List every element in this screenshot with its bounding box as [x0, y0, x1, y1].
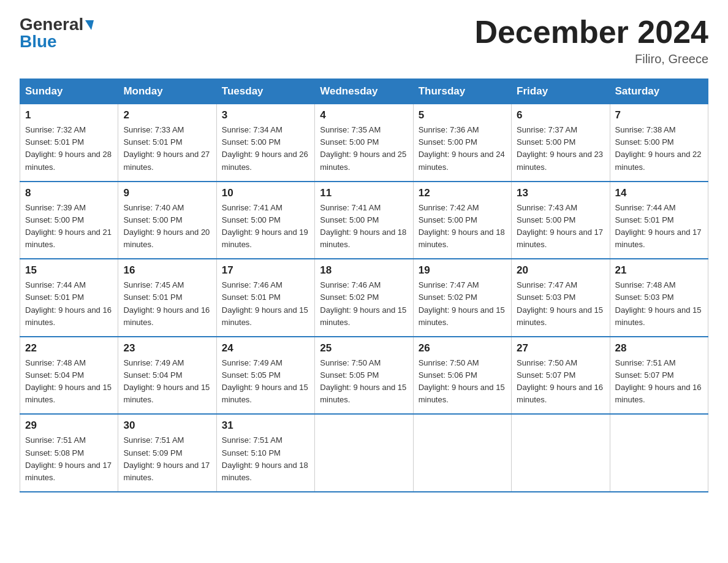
day-info: Sunrise: 7:48 AMSunset: 5:03 PMDaylight:…: [615, 279, 703, 329]
day-number: 11: [320, 187, 408, 199]
day-info: Sunrise: 7:46 AMSunset: 5:02 PMDaylight:…: [320, 279, 408, 329]
day-number: 20: [517, 264, 604, 277]
day-number: 30: [123, 419, 211, 432]
location-label: Filiro, Greece: [474, 52, 708, 66]
day-info: Sunrise: 7:32 AMSunset: 5:01 PMDaylight:…: [25, 124, 113, 174]
day-number: 17: [222, 264, 309, 277]
day-number: 22: [25, 342, 113, 354]
calendar-cell: [413, 414, 511, 492]
day-info: Sunrise: 7:46 AMSunset: 5:01 PMDaylight:…: [222, 279, 309, 329]
day-number: 6: [517, 109, 604, 121]
day-number: 8: [25, 187, 113, 199]
day-info: Sunrise: 7:45 AMSunset: 5:01 PMDaylight:…: [123, 279, 211, 329]
week-row-1: 1Sunrise: 7:32 AMSunset: 5:01 PMDaylight…: [20, 104, 708, 182]
header-row: SundayMondayTuesdayWednesdayThursdayFrid…: [20, 79, 708, 104]
calendar-cell: 11Sunrise: 7:41 AMSunset: 5:00 PMDayligh…: [315, 182, 413, 259]
calendar-cell: 5Sunrise: 7:36 AMSunset: 5:00 PMDaylight…: [413, 104, 511, 182]
calendar-cell: 13Sunrise: 7:43 AMSunset: 5:00 PMDayligh…: [512, 182, 610, 259]
day-number: 24: [222, 342, 309, 354]
day-number: 12: [419, 187, 506, 199]
day-number: 25: [320, 342, 408, 354]
week-row-5: 29Sunrise: 7:51 AMSunset: 5:08 PMDayligh…: [20, 414, 708, 492]
day-info: Sunrise: 7:44 AMSunset: 5:01 PMDaylight:…: [25, 279, 113, 329]
calendar-cell: 12Sunrise: 7:42 AMSunset: 5:00 PMDayligh…: [413, 182, 511, 259]
month-title: December 2024: [474, 15, 708, 50]
calendar-cell: 22Sunrise: 7:48 AMSunset: 5:04 PMDayligh…: [20, 337, 118, 415]
day-info: Sunrise: 7:50 AMSunset: 5:05 PMDaylight:…: [320, 357, 408, 407]
calendar-cell: 15Sunrise: 7:44 AMSunset: 5:01 PMDayligh…: [20, 259, 118, 337]
day-info: Sunrise: 7:51 AMSunset: 5:10 PMDaylight:…: [222, 434, 309, 484]
day-info: Sunrise: 7:43 AMSunset: 5:00 PMDaylight:…: [517, 202, 604, 251]
day-info: Sunrise: 7:50 AMSunset: 5:06 PMDaylight:…: [419, 357, 506, 407]
calendar-cell: [610, 414, 708, 492]
day-number: 5: [419, 109, 506, 121]
col-header-saturday: Saturday: [610, 79, 708, 104]
day-info: Sunrise: 7:49 AMSunset: 5:05 PMDaylight:…: [222, 357, 309, 407]
day-info: Sunrise: 7:40 AMSunset: 5:00 PMDaylight:…: [123, 202, 211, 251]
calendar-cell: 28Sunrise: 7:51 AMSunset: 5:07 PMDayligh…: [610, 337, 708, 415]
calendar-body: 1Sunrise: 7:32 AMSunset: 5:01 PMDaylight…: [20, 104, 708, 492]
calendar-cell: 24Sunrise: 7:49 AMSunset: 5:05 PMDayligh…: [216, 337, 314, 415]
calendar-cell: 17Sunrise: 7:46 AMSunset: 5:01 PMDayligh…: [216, 259, 314, 337]
calendar-cell: 7Sunrise: 7:38 AMSunset: 5:00 PMDaylight…: [610, 104, 708, 182]
calendar-cell: [315, 414, 413, 492]
day-number: 27: [517, 342, 604, 354]
calendar-cell: 26Sunrise: 7:50 AMSunset: 5:06 PMDayligh…: [413, 337, 511, 415]
calendar-cell: 2Sunrise: 7:33 AMSunset: 5:01 PMDaylight…: [118, 104, 216, 182]
calendar-cell: 6Sunrise: 7:37 AMSunset: 5:00 PMDaylight…: [512, 104, 610, 182]
day-info: Sunrise: 7:34 AMSunset: 5:00 PMDaylight:…: [222, 124, 309, 174]
day-number: 7: [615, 109, 703, 121]
day-info: Sunrise: 7:50 AMSunset: 5:07 PMDaylight:…: [517, 357, 604, 407]
calendar-table: SundayMondayTuesdayWednesdayThursdayFrid…: [20, 79, 708, 492]
day-number: 14: [615, 187, 703, 199]
calendar-cell: 18Sunrise: 7:46 AMSunset: 5:02 PMDayligh…: [315, 259, 413, 337]
calendar-cell: 25Sunrise: 7:50 AMSunset: 5:05 PMDayligh…: [315, 337, 413, 415]
calendar-cell: 31Sunrise: 7:51 AMSunset: 5:10 PMDayligh…: [216, 414, 314, 492]
calendar-cell: 16Sunrise: 7:45 AMSunset: 5:01 PMDayligh…: [118, 259, 216, 337]
day-info: Sunrise: 7:36 AMSunset: 5:00 PMDaylight:…: [419, 124, 506, 174]
day-number: 9: [123, 187, 211, 199]
calendar-cell: 23Sunrise: 7:49 AMSunset: 5:04 PMDayligh…: [118, 337, 216, 415]
calendar-cell: 3Sunrise: 7:34 AMSunset: 5:00 PMDaylight…: [216, 104, 314, 182]
day-number: 26: [419, 342, 506, 354]
week-row-4: 22Sunrise: 7:48 AMSunset: 5:04 PMDayligh…: [20, 337, 708, 415]
day-number: 31: [222, 419, 309, 432]
logo: General Blue: [20, 15, 94, 52]
day-info: Sunrise: 7:48 AMSunset: 5:04 PMDaylight:…: [25, 357, 113, 407]
day-number: 1: [25, 109, 113, 121]
calendar-cell: 1Sunrise: 7:32 AMSunset: 5:01 PMDaylight…: [20, 104, 118, 182]
calendar-cell: 4Sunrise: 7:35 AMSunset: 5:00 PMDaylight…: [315, 104, 413, 182]
calendar-cell: 21Sunrise: 7:48 AMSunset: 5:03 PMDayligh…: [610, 259, 708, 337]
day-number: 18: [320, 264, 408, 277]
logo-blue: Blue: [20, 32, 57, 52]
col-header-tuesday: Tuesday: [216, 79, 314, 104]
day-number: 28: [615, 342, 703, 354]
logo-arrow-icon: [85, 20, 94, 30]
day-info: Sunrise: 7:42 AMSunset: 5:00 PMDaylight:…: [419, 202, 506, 251]
week-row-2: 8Sunrise: 7:39 AMSunset: 5:00 PMDaylight…: [20, 182, 708, 259]
col-header-friday: Friday: [512, 79, 610, 104]
day-number: 23: [123, 342, 211, 354]
title-block: December 2024 Filiro, Greece: [474, 15, 708, 66]
day-info: Sunrise: 7:35 AMSunset: 5:00 PMDaylight:…: [320, 124, 408, 174]
day-number: 16: [123, 264, 211, 277]
day-number: 29: [25, 419, 113, 432]
day-info: Sunrise: 7:44 AMSunset: 5:01 PMDaylight:…: [615, 202, 703, 251]
calendar-cell: 20Sunrise: 7:47 AMSunset: 5:03 PMDayligh…: [512, 259, 610, 337]
day-info: Sunrise: 7:51 AMSunset: 5:07 PMDaylight:…: [615, 357, 703, 407]
calendar-header: SundayMondayTuesdayWednesdayThursdayFrid…: [20, 79, 708, 104]
calendar-cell: 10Sunrise: 7:41 AMSunset: 5:00 PMDayligh…: [216, 182, 314, 259]
col-header-monday: Monday: [118, 79, 216, 104]
day-number: 10: [222, 187, 309, 199]
col-header-wednesday: Wednesday: [315, 79, 413, 104]
page-header: General Blue December 2024 Filiro, Greec…: [20, 15, 708, 66]
col-header-thursday: Thursday: [413, 79, 511, 104]
day-number: 13: [517, 187, 604, 199]
calendar-cell: 19Sunrise: 7:47 AMSunset: 5:02 PMDayligh…: [413, 259, 511, 337]
day-info: Sunrise: 7:47 AMSunset: 5:02 PMDaylight:…: [419, 279, 506, 329]
day-info: Sunrise: 7:37 AMSunset: 5:00 PMDaylight:…: [517, 124, 604, 174]
day-info: Sunrise: 7:47 AMSunset: 5:03 PMDaylight:…: [517, 279, 604, 329]
calendar-cell: 30Sunrise: 7:51 AMSunset: 5:09 PMDayligh…: [118, 414, 216, 492]
day-info: Sunrise: 7:39 AMSunset: 5:00 PMDaylight:…: [25, 202, 113, 251]
day-number: 15: [25, 264, 113, 277]
